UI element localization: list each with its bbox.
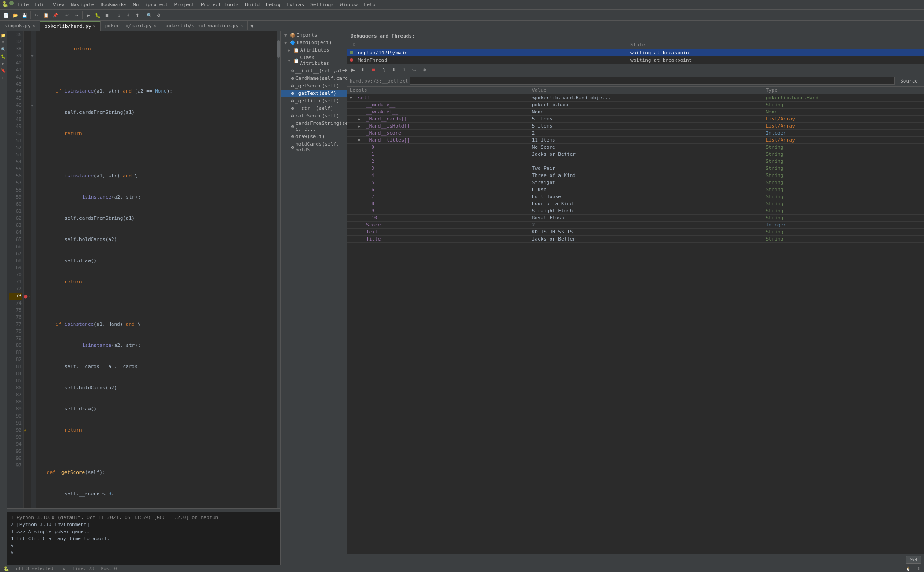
- toolbar-run[interactable]: ▶: [84, 11, 93, 19]
- var-row-title-1[interactable]: 1 Jacks or Better String: [347, 151, 924, 158]
- tree-str[interactable]: ⚙ __str__(self): [281, 105, 347, 112]
- var-row-title-10[interactable]: 10 Royal Flush String: [347, 214, 924, 222]
- sidebar-icon-debug[interactable]: 🐛: [0, 53, 7, 60]
- debug-run-cursor-btn[interactable]: ↪: [410, 65, 419, 74]
- tree-class-attributes[interactable]: ▼ 📋 Class Attributes: [281, 54, 347, 67]
- tab-simpok[interactable]: simpok.py ×: [0, 21, 40, 30]
- menu-item-build[interactable]: Build: [242, 1, 262, 8]
- tabs-scroll[interactable]: ▼: [248, 21, 256, 31]
- var-row-ishold[interactable]: ▶ _Hand__isHold[] 5 items List/Array: [347, 123, 924, 130]
- menu-item-project[interactable]: Project: [172, 1, 197, 8]
- var-row-title-4[interactable]: 4 Three of a Kind String: [347, 172, 924, 179]
- sidebar-icon-search[interactable]: 🔍: [0, 46, 7, 53]
- expand-ishold[interactable]: ▶: [358, 124, 363, 128]
- menu-item-extras[interactable]: Extras: [284, 1, 307, 8]
- toolbar-settings[interactable]: ⚙: [154, 11, 163, 19]
- toolbar-open[interactable]: 📂: [11, 11, 20, 19]
- var-row-self[interactable]: ▼ self <pokerlib.hand.Hand obje... poker…: [347, 94, 924, 102]
- var-row-title-5[interactable]: 5 Straight String: [347, 179, 924, 186]
- tab-hand-close[interactable]: ×: [93, 24, 96, 29]
- tree-hand[interactable]: ▼ 🔷 Hand(object): [281, 39, 347, 46]
- var-row-cards[interactable]: ▶ _Hand__cards[] 5 items List/Array: [347, 116, 924, 123]
- tree-calcscore[interactable]: ⚙ calcScore(self): [281, 112, 347, 120]
- tree-init[interactable]: ⚙ __init__(self,a1=None,...: [281, 67, 347, 75]
- code-scroll-area[interactable]: 36 37 38 39 40 41 42 43 44 45 46 47 48 4…: [7, 31, 280, 508]
- tab-card[interactable]: pokerlib/card.py ×: [101, 21, 161, 30]
- debug-step-over-btn[interactable]: ⤵: [379, 65, 388, 74]
- fi42[interactable]: ▼: [31, 53, 36, 60]
- sidebar-icon-structure[interactable]: ≡: [0, 39, 7, 45]
- thread-row-main[interactable]: neptun/14219/main waiting at breakpoint: [347, 49, 924, 57]
- sidebar-icon-bookmark[interactable]: 🔖: [0, 68, 7, 74]
- tree-holdcards[interactable]: ⚙ holdCards(self, holdS...: [281, 140, 347, 154]
- tree-getscore[interactable]: ⚙ _getScore(self): [281, 82, 347, 90]
- menu-item-project-tools[interactable]: Project-Tools: [198, 1, 241, 8]
- code-scrollbar-thumb[interactable]: [277, 40, 280, 58]
- var-row-score[interactable]: _Hand__score 2 Integer: [347, 130, 924, 137]
- debug-resume-btn[interactable]: ▶: [349, 65, 358, 74]
- debug-evaluate-btn[interactable]: ⊕: [420, 65, 429, 74]
- var-row-score-prop[interactable]: Score 2 Integer: [347, 222, 924, 229]
- var-row-title-3[interactable]: 3 Two Pair String: [347, 165, 924, 172]
- toolbar-cut[interactable]: ✂: [32, 11, 41, 19]
- toolbar-paste[interactable]: 📌: [51, 11, 60, 19]
- tab-simplemachine-close[interactable]: ×: [240, 23, 243, 28]
- debug-stop-btn[interactable]: ⏹: [369, 65, 378, 74]
- toolbar-step-over[interactable]: ⤵: [114, 11, 123, 19]
- menu-item-settings[interactable]: Settings: [308, 1, 336, 8]
- toolbar-step-into[interactable]: ⬇: [124, 11, 132, 19]
- tree-draw[interactable]: ⚙ draw(self): [281, 133, 347, 140]
- set-value-button[interactable]: Set: [906, 556, 921, 564]
- var-row-module[interactable]: __module__ pokerlib.hand String: [347, 102, 924, 109]
- toolbar-step-out[interactable]: ⬆: [133, 11, 142, 19]
- toolbar-search[interactable]: 🔍: [145, 11, 154, 19]
- tree-attributes[interactable]: ▶ 📋 Attributes: [281, 46, 347, 54]
- var-row-weakref[interactable]: __weakref__ None None: [347, 109, 924, 116]
- toolbar-save[interactable]: 💾: [20, 11, 29, 19]
- var-row-title-prop[interactable]: Title Jacks or Better String: [347, 236, 924, 243]
- menu-item-bookmarks[interactable]: Bookmarks: [98, 1, 129, 8]
- menu-item-edit[interactable]: Edit: [33, 1, 50, 8]
- menu-item-debug[interactable]: Debug: [263, 1, 283, 8]
- menu-item-window[interactable]: Window: [337, 1, 360, 8]
- debug-pause-btn[interactable]: ⏸: [359, 65, 368, 74]
- var-row-title-9[interactable]: 9 Straight Flush String: [347, 207, 924, 214]
- vars-panel[interactable]: Locals Value Type ▼ self <pokerlib.hand.…: [347, 87, 924, 554]
- toolbar-new[interactable]: 📄: [2, 11, 11, 19]
- tree-cardname[interactable]: ⚙ CardName(self,cardN...: [281, 75, 347, 82]
- tab-hand[interactable]: pokerlib/hand.py ×: [40, 21, 101, 31]
- sidebar-icon-project[interactable]: 📁: [0, 32, 7, 38]
- menu-item-view[interactable]: View: [50, 1, 68, 8]
- tab-card-close[interactable]: ×: [154, 23, 156, 28]
- tree-gettext[interactable]: ⚙ _getText(self): [281, 90, 347, 97]
- tree-cardsfromstring[interactable]: ⚙ cardsFromString(self, c, c...: [281, 120, 347, 133]
- tree-gettitle[interactable]: ⚙ _getTitle(self): [281, 97, 347, 105]
- var-row-title-0[interactable]: 0 No Score String: [347, 144, 924, 151]
- var-row-text-prop[interactable]: Text KD JS JH 5S TS String: [347, 229, 924, 236]
- sidebar-icon-python[interactable]: π: [0, 75, 7, 81]
- menu-item-file[interactable]: File: [15, 1, 32, 8]
- expr-input-field[interactable]: [410, 77, 895, 85]
- tab-simplemachine[interactable]: pokerlib/simplemachine.py ×: [161, 21, 248, 30]
- thread-row-mainthread[interactable]: MainThread waiting at breakpoint: [347, 56, 924, 64]
- var-row-title-7[interactable]: 7 Full House String: [347, 193, 924, 200]
- menu-item-navigate[interactable]: Navigate: [68, 1, 97, 8]
- var-row-title-2[interactable]: 2 String: [347, 158, 924, 165]
- tree-imports[interactable]: ▼ 📦 Imports: [281, 31, 347, 39]
- var-row-title-6[interactable]: 6 Flush String: [347, 186, 924, 193]
- toolbar-copy[interactable]: 📋: [41, 11, 50, 19]
- code-hscrollbar[interactable]: [7, 508, 280, 512]
- debug-step-into-btn[interactable]: ⬇: [389, 65, 398, 74]
- var-row-titles[interactable]: ▼ _Hand__titles[] 11 items List/Array: [347, 137, 924, 144]
- toolbar-stop[interactable]: ⏹: [102, 11, 111, 19]
- menu-item-help[interactable]: Help: [361, 1, 378, 8]
- code-scrollbar[interactable]: [277, 31, 280, 508]
- code-lines[interactable]: return if isinstance(a1, str) and (a2 ==…: [36, 31, 277, 508]
- debug-step-out-btn[interactable]: ⬆: [400, 65, 408, 74]
- toolbar-debug-run[interactable]: 🐛: [93, 11, 102, 19]
- tab-simpok-close[interactable]: ×: [33, 23, 35, 28]
- expand-titles[interactable]: ▼: [358, 138, 363, 143]
- expand-self[interactable]: ▼: [350, 96, 355, 100]
- expand-cards[interactable]: ▶: [358, 117, 363, 121]
- sidebar-icon-run[interactable]: ▶: [0, 60, 7, 67]
